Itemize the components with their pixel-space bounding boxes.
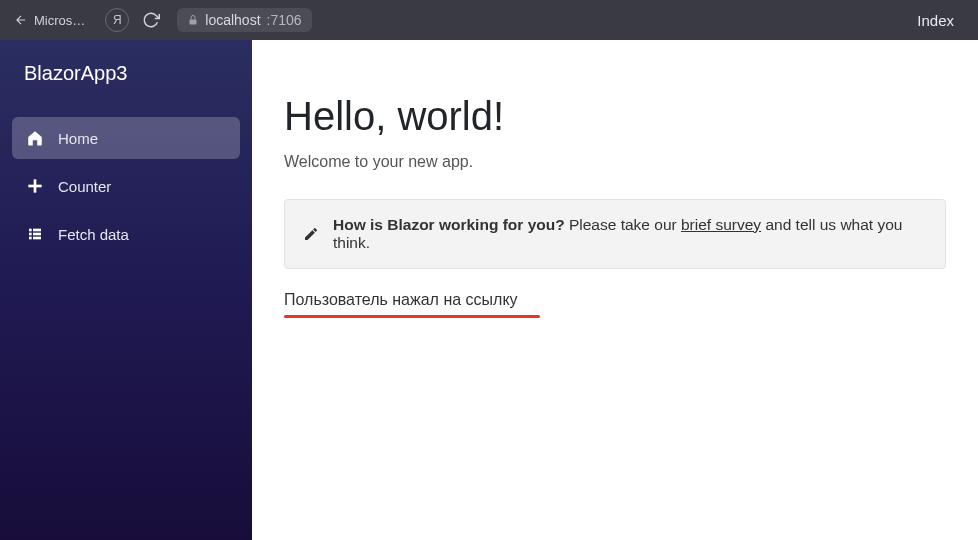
plus-icon: [26, 177, 44, 195]
svg-rect-4: [33, 229, 41, 232]
app-brand[interactable]: BlazorApp3: [0, 40, 252, 107]
svg-rect-5: [29, 233, 32, 236]
back-icon[interactable]: [14, 13, 28, 27]
svg-rect-8: [33, 237, 41, 240]
page-title-indicator: Index: [917, 12, 970, 29]
highlight-underline: [284, 315, 540, 318]
yandex-icon-label: Я: [113, 13, 122, 27]
reload-button[interactable]: [139, 8, 163, 32]
address-bar[interactable]: localhost:7106: [177, 8, 311, 32]
clicked-message-wrapper: Пользователь нажал на ссылку: [284, 291, 946, 318]
survey-prefix: Please take our: [565, 216, 681, 233]
welcome-text: Welcome to your new app.: [284, 153, 946, 171]
sidebar-item-label: Home: [58, 130, 98, 147]
list-icon: [26, 225, 44, 243]
sidebar-item-home[interactable]: Home: [12, 117, 240, 159]
yandex-button[interactable]: Я: [105, 8, 129, 32]
svg-rect-0: [190, 20, 197, 25]
survey-text: How is Blazor working for you? Please ta…: [333, 216, 927, 252]
survey-banner: How is Blazor working for you? Please ta…: [284, 199, 946, 269]
sidebar-item-counter[interactable]: Counter: [12, 165, 240, 207]
sidebar-item-fetchdata[interactable]: Fetch data: [12, 213, 240, 255]
clicked-message: Пользователь нажал на ссылку: [284, 291, 518, 313]
app-container: BlazorApp3 Home Counter Fetch data: [0, 40, 978, 540]
url-host: localhost: [205, 12, 260, 28]
pencil-icon: [303, 226, 319, 242]
svg-rect-2: [28, 185, 41, 188]
svg-rect-6: [33, 233, 41, 236]
browser-toolbar: Micros… Я localhost:7106 Index: [0, 0, 978, 40]
tab-title: Micros…: [34, 13, 85, 28]
sidebar-item-label: Fetch data: [58, 226, 129, 243]
svg-rect-3: [29, 229, 32, 232]
page-heading: Hello, world!: [284, 94, 946, 139]
survey-question: How is Blazor working for you?: [333, 216, 565, 233]
sidebar-item-label: Counter: [58, 178, 111, 195]
survey-link[interactable]: brief survey: [681, 216, 761, 233]
nav-list: Home Counter Fetch data: [0, 107, 252, 265]
main-content: Hello, world! Welcome to your new app. H…: [252, 40, 978, 540]
reload-icon: [142, 11, 160, 29]
url-port: :7106: [267, 12, 302, 28]
svg-rect-7: [29, 237, 32, 240]
home-icon: [26, 129, 44, 147]
browser-tab[interactable]: Micros…: [8, 13, 91, 28]
lock-icon: [187, 14, 199, 26]
sidebar: BlazorApp3 Home Counter Fetch data: [0, 40, 252, 540]
